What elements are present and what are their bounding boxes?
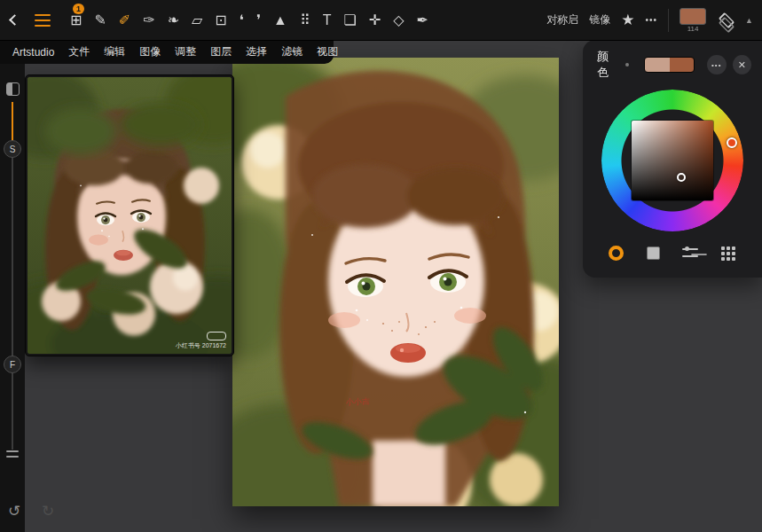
menu-image[interactable]: 图像 bbox=[139, 44, 161, 59]
close-panel-icon[interactable]: ✕ bbox=[733, 55, 752, 74]
color-panel-header: 颜色 ••• ✕ bbox=[583, 40, 762, 81]
tools-grid-icon[interactable]: ⊞ bbox=[70, 13, 82, 27]
pencil-set-icon[interactable]: ✎ bbox=[94, 13, 106, 27]
watermark-logo-pill bbox=[207, 332, 226, 340]
menu-file[interactable]: 文件 bbox=[68, 44, 90, 59]
menu-edit[interactable]: 编辑 bbox=[104, 44, 125, 59]
paint-brush-icon[interactable]: ✐ bbox=[119, 13, 130, 27]
menu-layer[interactable]: 图层 bbox=[210, 44, 232, 59]
current-color-swatch[interactable] bbox=[680, 8, 706, 25]
wheel-mode-icon[interactable] bbox=[608, 246, 625, 262]
tool-row: ⊞ ✎ ✐ ✑ ❧ ▱ ⊡ ❛ ❜ ▲ ⠿ T ❏ ✛ ◇ ✒ bbox=[70, 13, 428, 27]
more-options-icon[interactable]: ••• bbox=[646, 15, 658, 25]
menu-adjust[interactable]: 调整 bbox=[175, 44, 196, 59]
color-panel: 颜色 ••• ✕ bbox=[583, 40, 762, 278]
brush-preview-icon[interactable] bbox=[6, 82, 20, 96]
painting-canvas[interactable]: 小小吉 bbox=[232, 58, 559, 506]
saturation-value-square[interactable] bbox=[632, 121, 713, 200]
color-panel-title: 颜色 bbox=[597, 49, 619, 81]
collapse-toolbar-icon[interactable]: ▲ bbox=[745, 16, 753, 25]
square-mode-icon[interactable] bbox=[645, 246, 663, 262]
eyedropper-icon[interactable]: ✒ bbox=[416, 13, 428, 27]
favorites-star-icon[interactable]: ★ bbox=[621, 11, 634, 29]
panel-options-icon[interactable]: ••• bbox=[707, 55, 727, 74]
palette-grid-mode-icon[interactable] bbox=[719, 246, 737, 262]
main-menu-icon[interactable] bbox=[35, 14, 51, 27]
sliders-mode-icon[interactable] bbox=[682, 246, 700, 262]
undo-icon[interactable]: ↺ bbox=[8, 502, 20, 520]
speech-bubble-icon[interactable]: ❏ bbox=[343, 13, 356, 27]
toolbar-right-cluster: 对称启 镜像 ★ ••• 114 ▲ bbox=[546, 8, 753, 33]
menu-artstudio[interactable]: Artstudio bbox=[12, 46, 54, 59]
brush-flow-handle[interactable]: F bbox=[4, 356, 21, 373]
artist-signature: 小小吉 bbox=[346, 396, 370, 409]
airbrush-icon[interactable]: ⠿ bbox=[300, 13, 310, 27]
palette-knife-icon[interactable]: ✑ bbox=[143, 13, 154, 27]
menubar: Artstudio 文件 编辑 图像 调整 图层 选择 滤镜 视图 bbox=[0, 40, 334, 64]
recent-colors-swatch[interactable] bbox=[644, 57, 695, 73]
slider-settings-icon[interactable] bbox=[6, 450, 19, 458]
redo-icon[interactable]: ↻ bbox=[42, 502, 54, 520]
hue-marker-handle[interactable] bbox=[727, 137, 737, 148]
drag-dot-icon bbox=[625, 63, 629, 66]
menu-filter[interactable]: 滤镜 bbox=[281, 44, 302, 59]
brush-size-handle[interactable]: S bbox=[4, 140, 21, 158]
shape-icon[interactable]: ▲ bbox=[273, 13, 287, 27]
wet-brush-icon[interactable]: ❧ bbox=[168, 13, 179, 27]
watermark-text: 小红书号 2071672 bbox=[176, 342, 226, 348]
back-chevron-icon[interactable] bbox=[9, 14, 20, 26]
left-sidebar: S F bbox=[0, 40, 25, 532]
current-color-group: 114 bbox=[680, 8, 706, 33]
crop-icon[interactable]: ⊡ bbox=[215, 13, 226, 27]
symmetry-toggle[interactable]: 对称启 bbox=[546, 12, 578, 27]
brush-size-value: 114 bbox=[687, 26, 699, 33]
color-mode-row bbox=[583, 231, 762, 262]
layers-icon[interactable] bbox=[717, 12, 735, 28]
mirror-toggle[interactable]: 镜像 bbox=[589, 12, 610, 27]
sv-marker-handle[interactable] bbox=[677, 173, 686, 182]
transform-icon[interactable]: ✛ bbox=[369, 13, 381, 27]
menu-select[interactable]: 选择 bbox=[246, 44, 267, 59]
reference-photo-panel[interactable]: 小红书号 2071672 bbox=[25, 74, 234, 356]
lasso-icon[interactable]: ◇ bbox=[393, 13, 404, 27]
toolbar-divider bbox=[668, 9, 669, 32]
top-toolbar: 1 ⊞ ✎ ✐ ✑ ❧ ▱ ⊡ ❛ ❜ ▲ ⠿ T ❏ ✛ bbox=[0, 0, 762, 40]
eraser-icon[interactable]: ▱ bbox=[192, 13, 202, 27]
menu-view[interactable]: 视图 bbox=[317, 44, 338, 59]
color-wheel bbox=[601, 90, 743, 231]
watermark: 小红书号 2071672 bbox=[176, 332, 226, 349]
notification-badge: 1 bbox=[73, 4, 84, 14]
reference-photo: 小红书号 2071672 bbox=[27, 77, 232, 354]
smudge-icon[interactable]: ❜ bbox=[256, 13, 261, 27]
water-drop-icon[interactable]: ❛ bbox=[240, 13, 244, 27]
text-icon[interactable]: T bbox=[323, 13, 332, 27]
